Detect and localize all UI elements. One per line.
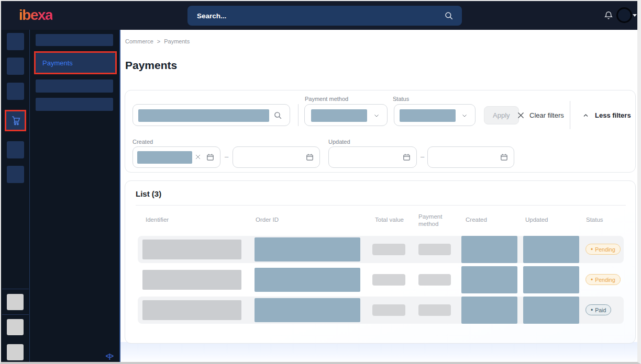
close-icon — [517, 111, 525, 119]
list-title: List (3) — [136, 189, 161, 198]
chevron-up-icon — [582, 112, 590, 119]
sidebar-item-3[interactable] — [36, 79, 113, 93]
global-search-placeholder: Search... — [197, 12, 226, 20]
redacted-updated-cell — [523, 236, 579, 263]
sidebar-collapse-button[interactable]: <|> — [106, 352, 113, 360]
redacted-identifier-cell — [142, 300, 241, 320]
created-to-date-input[interactable] — [233, 146, 320, 168]
range-dash: – — [421, 153, 424, 161]
rail-item-5[interactable] — [7, 141, 24, 158]
redacted-created-cell — [461, 297, 517, 324]
secondary-sidebar: Payments <|> — [30, 30, 120, 362]
table-row[interactable]: Pending — [138, 236, 624, 263]
column-header-updated: Updated — [525, 217, 548, 223]
rail-item-6[interactable] — [7, 166, 24, 183]
redacted-order-id-cell — [255, 237, 360, 261]
less-filters-label: Less filters — [595, 111, 631, 119]
rail-divider — [2, 289, 29, 289]
redacted-identifier-cell — [142, 240, 241, 259]
sidebar-item-4[interactable] — [36, 98, 113, 111]
table-row[interactable]: Pending — [138, 266, 624, 293]
redacted-select-value — [400, 109, 456, 122]
rail-item-2[interactable] — [7, 58, 24, 75]
chevron-down-icon — [373, 112, 380, 119]
status-badge: Pending — [585, 274, 621, 285]
redacted-select-value — [311, 109, 367, 122]
search-icon — [444, 11, 454, 20]
sidebar-item-payments[interactable]: Payments — [34, 51, 117, 74]
redacted-payment-method-cell — [418, 304, 451, 316]
redacted-search-value — [138, 109, 269, 122]
updated-to-date-input[interactable] — [427, 146, 514, 168]
table-row[interactable]: Paid — [138, 297, 624, 324]
payments-list-panel: List (3) Identifier Order ID Total value… — [125, 180, 636, 344]
rail-bottom-item-1[interactable] — [7, 294, 24, 310]
rail-item-3[interactable] — [7, 83, 24, 100]
page-title: Payments — [125, 59, 177, 72]
rail-item-commerce[interactable] — [5, 110, 26, 131]
top-navigation-bar: ibexa Search... — [1, 1, 637, 30]
payment-method-label: Payment method — [305, 96, 348, 102]
redacted-created-cell — [461, 266, 517, 293]
primary-icon-rail — [1, 30, 30, 362]
breadcrumb-commerce[interactable]: Commerce — [125, 38, 153, 44]
redacted-updated-cell — [523, 297, 579, 324]
column-header-created: Created — [466, 217, 487, 223]
rail-item-1[interactable] — [7, 33, 24, 50]
column-header-identifier: Identifier — [146, 217, 169, 223]
filter-divider — [298, 104, 299, 126]
redacted-total-value-cell — [372, 304, 405, 316]
rail-divider — [2, 314, 29, 315]
payment-method-select[interactable] — [304, 104, 388, 126]
less-filters-button[interactable]: Less filters — [582, 106, 631, 124]
status-select[interactable] — [394, 104, 476, 126]
rail-bottom-item-2[interactable] — [7, 319, 24, 335]
breadcrumb-separator: > — [157, 38, 160, 44]
list-divider — [136, 205, 626, 206]
range-dash: – — [225, 153, 228, 161]
calendar-icon[interactable] — [206, 153, 215, 162]
column-header-order-id: Order ID — [256, 217, 279, 223]
search-icon — [273, 111, 282, 120]
ibexa-logo[interactable]: ibexa — [19, 7, 52, 24]
breadcrumb-payments: Payments — [164, 38, 190, 44]
status-label: Status — [393, 96, 409, 102]
app-window: ibexa Search... — [0, 0, 641, 364]
redacted-updated-cell — [523, 266, 579, 293]
user-menu-caret-icon[interactable] — [633, 14, 637, 17]
chevron-down-icon — [461, 112, 468, 119]
notifications-button[interactable] — [604, 10, 613, 22]
created-label: Created — [132, 139, 153, 145]
calendar-icon[interactable] — [305, 153, 314, 162]
redacted-payment-method-cell — [418, 274, 451, 286]
global-search-input[interactable]: Search... — [187, 6, 462, 26]
sidebar-item-payments-label: Payments — [42, 59, 73, 67]
user-avatar[interactable] — [616, 7, 632, 23]
redacted-date-value — [137, 151, 192, 164]
calendar-icon[interactable] — [402, 153, 411, 162]
filter-search-input[interactable] — [132, 104, 290, 126]
bell-icon — [604, 10, 613, 20]
status-badge: Paid — [585, 304, 611, 315]
bottom-gradient — [120, 342, 637, 362]
rail-bottom-item-3[interactable] — [7, 344, 24, 360]
updated-label: Updated — [328, 139, 350, 145]
column-header-status: Status — [586, 217, 603, 223]
clear-date-icon[interactable] — [195, 154, 201, 160]
created-from-date-input[interactable] — [132, 146, 220, 168]
column-header-payment-method: Payment method — [418, 213, 449, 228]
clear-filters-button[interactable]: Clear filters — [517, 106, 564, 124]
breadcrumb: Commerce > Payments — [125, 38, 190, 44]
redacted-order-id-cell — [255, 298, 360, 322]
updated-from-date-input[interactable] — [328, 146, 417, 168]
sidebar-item-1[interactable] — [36, 34, 113, 46]
redacted-payment-method-cell — [418, 244, 451, 255]
calendar-icon[interactable] — [500, 153, 509, 162]
shopping-cart-icon — [10, 115, 21, 127]
redacted-identifier-cell — [142, 270, 241, 290]
column-header-total-value: Total value — [375, 217, 404, 223]
redacted-order-id-cell — [255, 268, 360, 292]
redacted-total-value-cell — [372, 244, 405, 255]
filters-panel: Payment method Status Apply Clear filter… — [125, 90, 636, 173]
apply-button[interactable]: Apply — [484, 106, 519, 124]
